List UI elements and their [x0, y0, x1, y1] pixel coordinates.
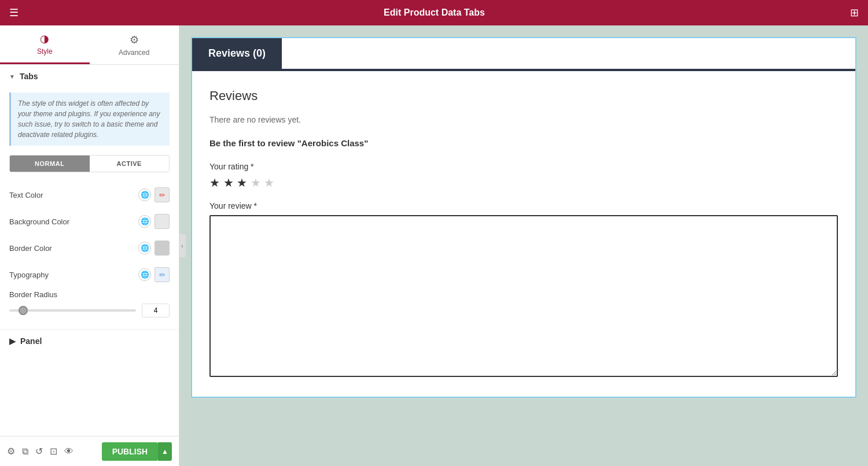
panel-content: ▼ Tabs The style of this widget is often…: [0, 65, 179, 436]
widget-frame: Reviews (0) Reviews There are no reviews…: [191, 37, 856, 398]
main-layout: ◑ Style ⚙ Advanced ▼ Tabs The style of t…: [0, 25, 868, 466]
text-color-pencil[interactable]: ✏: [155, 187, 170, 202]
style-tab-label: Style: [37, 47, 53, 56]
normal-active-toggle: NORMAL ACTIVE: [9, 155, 170, 172]
review-textarea[interactable]: [209, 215, 838, 377]
border-radius-slider[interactable]: [9, 309, 136, 312]
style-tab-icon: ◑: [40, 32, 49, 45]
text-color-row: Text Color 🌐 ✏: [0, 182, 179, 208]
typography-label: Typography: [9, 271, 138, 279]
history-icon[interactable]: ↺: [35, 446, 43, 457]
border-color-controls: 🌐: [138, 241, 170, 256]
background-color-swatch[interactable]: [155, 214, 170, 229]
star-1[interactable]: ★: [209, 176, 220, 189]
panel-section-header[interactable]: ▶ Panel: [0, 329, 179, 353]
text-color-globe[interactable]: 🌐: [138, 188, 151, 201]
publish-group: PUBLISH ▲: [102, 442, 172, 461]
info-text: The style of this widget is often affect…: [18, 99, 160, 139]
border-color-globe[interactable]: 🌐: [138, 242, 151, 254]
info-box: The style of this widget is often affect…: [9, 93, 170, 146]
responsive-icon[interactable]: ⊡: [50, 446, 57, 457]
star-rating[interactable]: ★ ★ ★ ★ ★: [209, 176, 838, 190]
border-radius-input[interactable]: 4: [142, 304, 170, 317]
no-reviews-text: There are no reviews yet.: [209, 115, 838, 124]
background-color-label: Background Color: [9, 217, 138, 226]
toolbar-icons: ⚙ ⧉ ↺ ⊡ 👁: [7, 446, 73, 457]
panel-tabs: ◑ Style ⚙ Advanced: [0, 25, 179, 65]
border-radius-slider-container: 4: [9, 304, 170, 317]
collapse-handle[interactable]: ‹: [179, 234, 186, 257]
bottom-toolbar: ⚙ ⧉ ↺ ⊡ 👁 PUBLISH ▲: [0, 436, 179, 466]
tab-style[interactable]: ◑ Style: [0, 25, 90, 64]
border-color-label: Border Color: [9, 244, 138, 253]
text-color-controls: 🌐 ✏: [138, 187, 170, 202]
background-color-row: Background Color 🌐: [0, 208, 179, 235]
star-4[interactable]: ★: [251, 176, 261, 189]
border-radius-label: Border Radius: [9, 290, 170, 299]
star-3[interactable]: ★: [237, 176, 247, 189]
publish-button[interactable]: PUBLISH: [102, 442, 158, 461]
reviews-title: Reviews: [209, 88, 838, 103]
normal-toggle-btn[interactable]: NORMAL: [10, 156, 90, 172]
advanced-tab-label: Advanced: [119, 49, 149, 57]
reviews-content: Reviews There are no reviews yet. Be the…: [192, 71, 855, 397]
typography-pencil[interactable]: ✏: [155, 267, 170, 282]
layers-icon[interactable]: ⧉: [22, 446, 28, 457]
panel-section-label: Panel: [20, 336, 42, 346]
advanced-tab-icon: ⚙: [130, 34, 139, 46]
publish-arrow-button[interactable]: ▲: [158, 442, 172, 461]
typography-controls: 🌐 ✏: [138, 267, 170, 282]
background-color-globe[interactable]: 🌐: [138, 215, 151, 228]
right-content: Reviews (0) Reviews There are no reviews…: [179, 25, 868, 466]
hamburger-icon[interactable]: ☰: [9, 6, 19, 19]
grid-icon[interactable]: ⊞: [850, 6, 859, 19]
canvas-area: Reviews (0) Reviews There are no reviews…: [179, 25, 868, 466]
rating-label: Your rating *: [209, 162, 838, 171]
border-color-swatch[interactable]: [155, 241, 170, 256]
page-title: Edit Product Data Tabs: [384, 8, 485, 18]
active-toggle-btn[interactable]: ACTIVE: [90, 156, 170, 172]
review-label: Your review *: [209, 201, 838, 210]
reviews-tab[interactable]: Reviews (0): [192, 38, 282, 69]
top-bar: ☰ Edit Product Data Tabs ⊞: [0, 0, 868, 25]
tab-advanced[interactable]: ⚙ Advanced: [90, 25, 179, 64]
first-review-text: Be the first to review "Aerobics Class": [209, 138, 838, 148]
eye-icon[interactable]: 👁: [64, 446, 73, 457]
chevron-down-icon: ▼: [9, 73, 15, 80]
typography-globe[interactable]: 🌐: [138, 268, 151, 281]
text-color-label: Text Color: [9, 191, 138, 199]
tabs-section-label: Tabs: [20, 72, 38, 81]
star-5[interactable]: ★: [264, 176, 274, 189]
settings-icon[interactable]: ⚙: [7, 446, 15, 457]
background-color-controls: 🌐: [138, 214, 170, 229]
star-2[interactable]: ★: [223, 176, 234, 189]
border-color-row: Border Color 🌐: [0, 235, 179, 261]
tabs-section-header[interactable]: ▼ Tabs: [0, 65, 179, 88]
typography-row: Typography 🌐 ✏: [0, 261, 179, 288]
left-panel: ◑ Style ⚙ Advanced ▼ Tabs The style of t…: [0, 25, 179, 466]
tab-bar: Reviews (0): [192, 38, 855, 70]
panel-chevron-right-icon: ▶: [9, 336, 16, 346]
